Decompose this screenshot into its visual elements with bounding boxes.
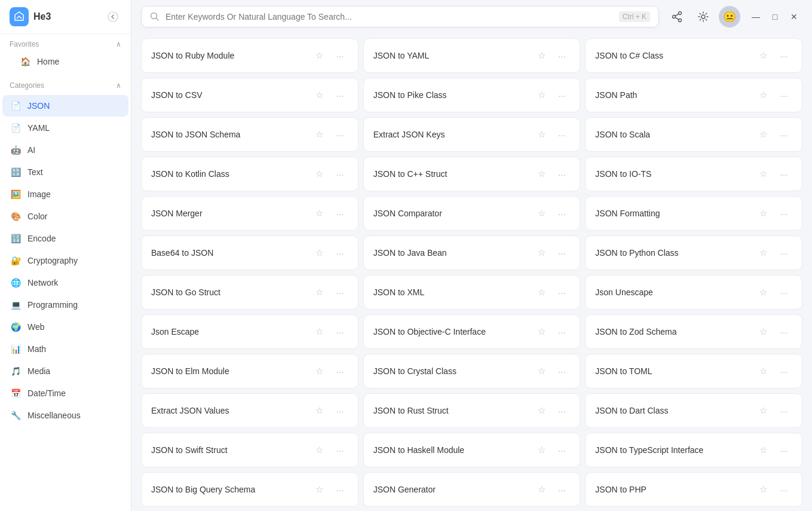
favorite-button[interactable]: ☆ xyxy=(755,363,772,380)
tool-card[interactable]: JSON to JSON Schema ☆ ··· xyxy=(141,117,358,152)
tool-card[interactable]: JSON to TOML ☆ ··· xyxy=(585,354,802,388)
tool-card[interactable]: JSON Generator ☆ ··· xyxy=(363,472,581,507)
favorite-button[interactable]: ☆ xyxy=(755,323,772,340)
favorite-button[interactable]: ☆ xyxy=(311,363,328,380)
more-button[interactable]: ··· xyxy=(776,126,792,143)
favorite-button[interactable]: ☆ xyxy=(311,323,328,340)
sidebar-item-miscellaneous[interactable]: 🔧 Miscellaneous xyxy=(2,405,128,426)
tool-card[interactable]: JSON to Zod Schema ☆ ··· xyxy=(585,314,802,349)
tool-card[interactable]: JSON to CSV ☆ ··· xyxy=(141,78,358,112)
more-button[interactable]: ··· xyxy=(776,481,792,498)
sidebar-item-text[interactable]: 🔡 Text xyxy=(2,161,128,183)
favorite-button[interactable]: ☆ xyxy=(311,442,328,458)
tool-card[interactable]: JSON to Scala ☆ ··· xyxy=(585,117,802,152)
favorite-button[interactable]: ☆ xyxy=(533,205,550,222)
tool-card[interactable]: JSON to XML ☆ ··· xyxy=(363,275,581,310)
tool-card[interactable]: Base64 to JSON ☆ ··· xyxy=(141,235,358,270)
more-button[interactable]: ··· xyxy=(776,47,792,64)
tool-card[interactable]: JSON to C++ Struct ☆ ··· xyxy=(363,157,581,191)
sidebar-item-media[interactable]: 🎵 Media xyxy=(2,360,128,382)
favorite-button[interactable]: ☆ xyxy=(533,402,550,419)
more-button[interactable]: ··· xyxy=(332,323,348,340)
more-button[interactable]: ··· xyxy=(332,402,348,419)
favorite-button[interactable]: ☆ xyxy=(311,402,328,419)
tool-card[interactable]: JSON to YAML ☆ ··· xyxy=(363,38,581,73)
tool-card[interactable]: JSON to Kotlin Class ☆ ··· xyxy=(141,157,358,191)
sidebar-item-web[interactable]: 🌍 Web xyxy=(2,316,128,338)
favorite-button[interactable]: ☆ xyxy=(755,205,772,222)
sidebar-item-color[interactable]: 🎨 Color xyxy=(2,206,128,227)
sidebar-item-datetime[interactable]: 📅 Date/Time xyxy=(2,383,128,404)
favorite-button[interactable]: ☆ xyxy=(311,284,328,301)
favorite-button[interactable]: ☆ xyxy=(755,166,772,182)
sidebar-item-network[interactable]: 🌐 Network xyxy=(2,272,128,293)
favorite-button[interactable]: ☆ xyxy=(311,87,328,103)
favorite-button[interactable]: ☆ xyxy=(755,284,772,301)
more-button[interactable]: ··· xyxy=(776,87,792,103)
more-button[interactable]: ··· xyxy=(553,126,570,143)
sidebar-item-yaml[interactable]: 📄 YAML xyxy=(2,117,128,139)
more-button[interactable]: ··· xyxy=(332,126,348,143)
tool-card[interactable]: Json Escape ☆ ··· xyxy=(141,314,358,349)
back-button[interactable] xyxy=(105,8,121,25)
favorite-button[interactable]: ☆ xyxy=(533,363,550,380)
tool-card[interactable]: JSON Merger ☆ ··· xyxy=(141,196,358,231)
more-button[interactable]: ··· xyxy=(332,244,348,261)
tool-card[interactable]: JSON Path ☆ ··· xyxy=(585,78,802,112)
sidebar-item-home[interactable]: 🏠 Home xyxy=(12,51,119,72)
favorite-button[interactable]: ☆ xyxy=(533,47,550,64)
tool-card[interactable]: JSON to PHP ☆ ··· xyxy=(585,472,802,507)
more-button[interactable]: ··· xyxy=(553,87,570,103)
favorite-button[interactable]: ☆ xyxy=(311,244,328,261)
more-button[interactable]: ··· xyxy=(553,481,570,498)
favorites-header[interactable]: Favorites ∧ xyxy=(10,40,121,48)
favorite-button[interactable]: ☆ xyxy=(755,442,772,458)
close-button[interactable]: ✕ xyxy=(786,8,802,25)
favorite-button[interactable]: ☆ xyxy=(533,284,550,301)
more-button[interactable]: ··· xyxy=(553,323,570,340)
sidebar-item-math[interactable]: 📊 Math xyxy=(2,338,128,360)
tool-card[interactable]: Json Unescape ☆ ··· xyxy=(585,275,802,310)
sidebar-item-cryptography[interactable]: 🔐 Cryptography xyxy=(2,250,128,271)
favorite-button[interactable]: ☆ xyxy=(755,402,772,419)
tool-card[interactable]: JSON to Haskell Module ☆ ··· xyxy=(363,433,581,467)
tool-card[interactable]: JSON to Big Query Schema ☆ ··· xyxy=(141,472,358,507)
more-button[interactable]: ··· xyxy=(332,47,348,64)
favorite-button[interactable]: ☆ xyxy=(311,205,328,222)
tool-card[interactable]: JSON to IO-TS ☆ ··· xyxy=(585,157,802,191)
more-button[interactable]: ··· xyxy=(553,284,570,301)
sidebar-item-json[interactable]: 📄 JSON xyxy=(2,95,128,117)
tool-card[interactable]: JSON to Rust Struct ☆ ··· xyxy=(363,393,581,428)
share-button[interactable] xyxy=(666,6,688,27)
sidebar-item-image[interactable]: 🖼️ Image xyxy=(2,183,128,205)
more-button[interactable]: ··· xyxy=(553,442,570,458)
more-button[interactable]: ··· xyxy=(776,402,792,419)
favorite-button[interactable]: ☆ xyxy=(755,126,772,143)
minimize-button[interactable]: — xyxy=(747,8,764,25)
favorite-button[interactable]: ☆ xyxy=(533,442,550,458)
more-button[interactable]: ··· xyxy=(553,402,570,419)
tool-card[interactable]: JSON to Objective-C Interface ☆ ··· xyxy=(363,314,581,349)
more-button[interactable]: ··· xyxy=(776,205,792,222)
maximize-button[interactable]: □ xyxy=(767,8,783,25)
tool-card[interactable]: JSON Comparator ☆ ··· xyxy=(363,196,581,231)
tool-card[interactable]: JSON to C# Class ☆ ··· xyxy=(585,38,802,73)
tool-card[interactable]: Extract JSON Keys ☆ ··· xyxy=(363,117,581,152)
tool-card[interactable]: JSON to Elm Module ☆ ··· xyxy=(141,354,358,388)
tool-card[interactable]: JSON to Dart Class ☆ ··· xyxy=(585,393,802,428)
favorite-button[interactable]: ☆ xyxy=(533,126,550,143)
more-button[interactable]: ··· xyxy=(553,244,570,261)
tool-card[interactable]: JSON to Java Bean ☆ ··· xyxy=(363,235,581,270)
more-button[interactable]: ··· xyxy=(332,166,348,182)
more-button[interactable]: ··· xyxy=(332,205,348,222)
more-button[interactable]: ··· xyxy=(776,244,792,261)
search-bar[interactable]: Ctrl + K xyxy=(141,6,659,27)
more-button[interactable]: ··· xyxy=(332,363,348,380)
tool-card[interactable]: JSON to Pike Class ☆ ··· xyxy=(363,78,581,112)
tool-card[interactable]: Extract JSON Values ☆ ··· xyxy=(141,393,358,428)
more-button[interactable]: ··· xyxy=(553,47,570,64)
favorite-button[interactable]: ☆ xyxy=(755,244,772,261)
favorite-button[interactable]: ☆ xyxy=(755,87,772,103)
tool-card[interactable]: JSON to Swift Struct ☆ ··· xyxy=(141,433,358,467)
more-button[interactable]: ··· xyxy=(332,87,348,103)
